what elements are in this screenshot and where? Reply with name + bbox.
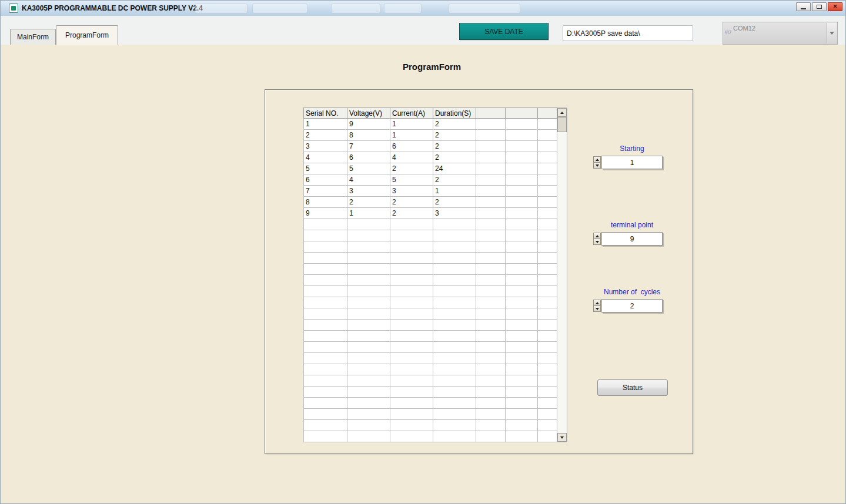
table-cell[interactable] xyxy=(347,387,390,398)
table-cell[interactable] xyxy=(304,320,347,331)
table-cell[interactable] xyxy=(390,230,433,241)
table-cell[interactable] xyxy=(347,219,390,230)
scrollbar-track[interactable] xyxy=(557,132,567,433)
table-cell[interactable]: 6 xyxy=(347,152,390,163)
table-cell[interactable] xyxy=(506,420,538,431)
table-cell[interactable] xyxy=(390,375,433,387)
table-cell[interactable] xyxy=(538,297,557,308)
table-cell[interactable]: 7 xyxy=(304,186,347,197)
table-cell[interactable] xyxy=(538,308,557,320)
table-cell[interactable] xyxy=(538,320,557,331)
table-cell[interactable] xyxy=(476,286,506,297)
table-cell[interactable] xyxy=(433,375,476,387)
table-cell[interactable]: 2 xyxy=(433,130,476,141)
table-cell[interactable]: 2 xyxy=(390,208,433,219)
table-cell[interactable] xyxy=(304,308,347,320)
table-cell[interactable]: 5 xyxy=(347,163,390,174)
table-cell[interactable] xyxy=(506,230,538,241)
table-cell[interactable] xyxy=(476,253,506,264)
table-cell[interactable]: 9 xyxy=(347,119,390,130)
table-cell[interactable] xyxy=(476,308,506,320)
table-cell[interactable] xyxy=(476,230,506,241)
table-cell[interactable]: 8 xyxy=(304,197,347,208)
table-cell[interactable] xyxy=(476,320,506,331)
table-cell[interactable] xyxy=(390,264,433,275)
table-cell[interactable] xyxy=(476,420,506,431)
vertical-scrollbar[interactable] xyxy=(557,107,567,442)
table-cell[interactable] xyxy=(506,308,538,320)
table-cell[interactable] xyxy=(347,375,390,387)
table-cell[interactable] xyxy=(390,320,433,331)
table-cell[interactable] xyxy=(304,286,347,297)
table-cell[interactable] xyxy=(538,186,557,197)
save-date-button[interactable]: SAVE DATE xyxy=(459,23,549,40)
table-cell[interactable] xyxy=(506,186,538,197)
table-cell[interactable] xyxy=(538,219,557,230)
table-cell[interactable]: 24 xyxy=(433,163,476,174)
table-cell[interactable] xyxy=(347,264,390,275)
table-cell[interactable] xyxy=(476,364,506,375)
table-cell[interactable] xyxy=(506,197,538,208)
table-cell[interactable] xyxy=(506,353,538,364)
table-cell[interactable] xyxy=(390,398,433,409)
table-cell[interactable] xyxy=(347,241,390,253)
table-cell[interactable]: 2 xyxy=(390,197,433,208)
table-cell[interactable] xyxy=(347,297,390,308)
table-cell[interactable] xyxy=(538,331,557,342)
table-cell[interactable] xyxy=(538,130,557,141)
table-cell[interactable] xyxy=(506,264,538,275)
table-cell[interactable] xyxy=(304,375,347,387)
table-cell[interactable] xyxy=(433,286,476,297)
table-cell[interactable] xyxy=(476,297,506,308)
table-cell[interactable] xyxy=(433,275,476,286)
table-cell[interactable] xyxy=(390,253,433,264)
table-cell[interactable] xyxy=(476,174,506,186)
table-cell[interactable] xyxy=(347,253,390,264)
table-cell[interactable] xyxy=(476,331,506,342)
table-cell[interactable] xyxy=(347,353,390,364)
table-cell[interactable] xyxy=(538,264,557,275)
table-cell[interactable] xyxy=(476,163,506,174)
table-cell[interactable] xyxy=(304,342,347,353)
scroll-down-button[interactable] xyxy=(557,433,567,442)
table-cell[interactable] xyxy=(433,320,476,331)
table-cell[interactable] xyxy=(506,375,538,387)
table-cell[interactable] xyxy=(506,409,538,420)
table-cell[interactable]: 2 xyxy=(433,197,476,208)
table-cell[interactable] xyxy=(538,353,557,364)
table-cell[interactable] xyxy=(304,398,347,409)
table-cell[interactable] xyxy=(538,253,557,264)
table-cell[interactable]: 7 xyxy=(347,141,390,152)
table-cell[interactable]: 3 xyxy=(347,186,390,197)
table-cell[interactable] xyxy=(390,297,433,308)
table-cell[interactable] xyxy=(433,253,476,264)
table-cell[interactable] xyxy=(538,163,557,174)
table-cell[interactable] xyxy=(433,364,476,375)
table-cell[interactable] xyxy=(347,286,390,297)
table-cell[interactable] xyxy=(347,230,390,241)
table-cell[interactable] xyxy=(390,286,433,297)
minimize-button[interactable] xyxy=(796,2,811,11)
scroll-up-button[interactable] xyxy=(557,108,567,117)
table-cell[interactable] xyxy=(506,163,538,174)
table-cell[interactable]: 4 xyxy=(304,152,347,163)
table-cell[interactable] xyxy=(538,230,557,241)
table-cell[interactable] xyxy=(538,241,557,253)
table-cell[interactable]: 5 xyxy=(304,163,347,174)
status-button[interactable]: Status xyxy=(597,379,668,396)
table-cell[interactable] xyxy=(538,364,557,375)
table-cell[interactable] xyxy=(304,387,347,398)
table-cell[interactable] xyxy=(506,387,538,398)
table-cell[interactable]: 1 xyxy=(390,130,433,141)
table-cell[interactable] xyxy=(538,398,557,409)
table-cell[interactable] xyxy=(390,431,433,442)
table-cell[interactable] xyxy=(476,241,506,253)
table-cell[interactable] xyxy=(433,331,476,342)
table-cell[interactable] xyxy=(476,219,506,230)
table-cell[interactable] xyxy=(538,409,557,420)
table-cell[interactable] xyxy=(538,431,557,442)
table-cell[interactable] xyxy=(390,420,433,431)
table-cell[interactable] xyxy=(347,331,390,342)
table-cell[interactable]: 2 xyxy=(304,130,347,141)
table-cell[interactable]: 3 xyxy=(433,208,476,219)
